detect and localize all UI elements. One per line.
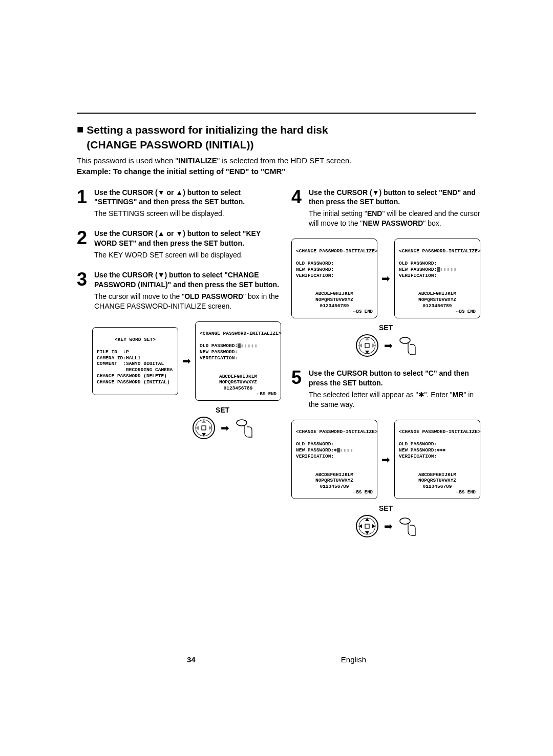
osd-nums: 0123456789 (320, 484, 349, 489)
osd-bsend: ←BS END (200, 392, 276, 397)
osd-alpha2: NOPQRSTUVWXYZ (219, 379, 257, 385)
step-5: 5 Use the CURSOR button to select "C" an… (291, 369, 480, 409)
osd-old-pw: OLD PASSWORD: (399, 441, 437, 447)
step-3-body-pre: The cursor will move to the " (94, 292, 184, 300)
section-heading: ■ Setting a password for initializing th… (77, 123, 476, 153)
arrow-right-icon: ➡ (221, 422, 229, 434)
svg-marker-21 (359, 524, 362, 528)
step-2-body: The KEY WORD SET screen will be displaye… (94, 250, 281, 260)
osd-nums: 0123456789 (223, 385, 252, 391)
press-button-icon (235, 418, 253, 438)
section-title-line1: Setting a password for initializing the … (87, 123, 328, 137)
osd-keyword-l1: FILE ID :P (97, 349, 129, 355)
osd-alpha2: NOPQRSTUVWXYZ (418, 478, 456, 483)
svg-rect-18 (365, 524, 369, 528)
set-graphic: ➡ (355, 514, 416, 538)
step-1-number: 1 (77, 188, 94, 219)
arrow-right-icon: ➡ (384, 520, 393, 532)
step-5-number: 5 (291, 369, 309, 409)
osd-change-pw-oldcursor: <CHANGE PASSWORD-INITIALIZE> OLD PASSWOR… (195, 321, 281, 401)
svg-marker-3 (202, 420, 206, 423)
osd-new-pw: NEW PASSWORD: (200, 349, 238, 355)
osd-old-pw: OLD PASSWORD: (399, 261, 437, 266)
step-5-osd-row: <CHANGE PASSWORD-INITIALIZE> OLD PASSWOR… (291, 420, 480, 500)
osd-verif: VERIFICATION: (200, 355, 238, 361)
svg-marker-11 (365, 337, 369, 340)
step-2: 2 Use the CURSOR (▲ or ▼) button to sele… (77, 229, 281, 260)
osd-alpha1: ABCDEFGHIJKLM (315, 472, 353, 478)
step-1: 1 Use the CURSOR (▼ or ▲) button to sele… (77, 188, 281, 219)
osd-dim: ▮▮▮▮▮ (440, 267, 457, 272)
step-4-body-bold1: END (367, 209, 382, 218)
step-4-body: The initial setting "END" will be cleare… (309, 209, 480, 228)
svg-marker-12 (365, 351, 369, 354)
osd-alpha1: ABCDEFGHIJKLM (418, 291, 456, 296)
step-3-heading: Use the CURSOR (▼) button to select "CHA… (94, 270, 281, 290)
osd-new-pw: NEW PASSWORD: (296, 447, 334, 453)
set-label: SET (379, 323, 393, 332)
step-4-body-pre: The initial setting " (309, 209, 367, 218)
step-3-osd-row: <KEY WORD SET> FILE ID :P CAMERA ID:HALL… (92, 321, 281, 401)
svg-point-7 (237, 420, 247, 426)
osd-old-pw: OLD PASSWORD: (200, 343, 238, 349)
svg-marker-5 (196, 426, 199, 430)
osd-old-pw: OLD PASSWORD: (296, 261, 334, 266)
section-bullet-icon: ■ (77, 123, 83, 136)
osd-verif: VERIFICATION: (399, 453, 437, 459)
svg-marker-22 (372, 524, 375, 528)
svg-point-23 (400, 518, 410, 524)
intro-bold: INITIALIZE (178, 156, 217, 165)
step-5-body-bold: MR (453, 391, 464, 399)
footer-language: English (341, 655, 366, 664)
step-2-heading: Use the CURSOR (▲ or ▼) button to select… (94, 229, 281, 248)
svg-marker-6 (209, 426, 212, 430)
page-footer: 34 English (0, 655, 553, 664)
svg-marker-14 (372, 343, 375, 348)
step-5-body-pre: The selected letter will appear as "✱". … (309, 391, 453, 399)
page-number: 34 (187, 655, 196, 664)
arrow-right-icon: ➡ (381, 272, 390, 285)
press-button-icon (398, 335, 416, 356)
osd-cp-title: <CHANGE PASSWORD-INITIALIZE> (399, 429, 476, 435)
step-3: 3 Use the CURSOR (▼) button to select "C… (77, 270, 281, 311)
osd-cp-title: <CHANGE PASSWORD-INITIALIZE> (399, 248, 476, 254)
osd-dim: ▮▮▮▮▮ (241, 343, 258, 349)
osd-cp-cmr: <CHANGE PASSWORD-INITIALIZE> OLD PASSWOR… (394, 420, 480, 500)
svg-marker-13 (359, 343, 362, 348)
osd-alpha2: NOPQRSTUVWXYZ (418, 297, 456, 303)
step-4-body-post: " box. (423, 219, 441, 227)
section-title-line2: (CHANGE PASSWORD (INITIAL)) (87, 138, 328, 152)
step-4-body-bold2: NEW PASSWORD (363, 219, 423, 227)
intro-text: This password is used when "INITIALIZE" … (77, 156, 476, 165)
intro-pre: This password is used when " (77, 156, 178, 165)
osd-nums: 0123456789 (422, 303, 452, 309)
arrow-right-icon: ➡ (381, 453, 390, 466)
press-button-icon (398, 516, 416, 536)
step-4-number: 4 (291, 188, 309, 229)
osd-alpha1: ABCDEFGHIJKLM (418, 472, 456, 478)
arrow-right-icon: ➡ (384, 339, 393, 352)
osd-dim: ▮▮▮▮ (340, 447, 354, 453)
set-graphic: ➡ (192, 416, 253, 440)
step-5-heading: Use the CURSOR button to select "C" and … (309, 369, 480, 388)
step-3-body-bold: OLD PASSWORD (184, 292, 243, 300)
osd-ast3: ✱✱✱ (437, 447, 445, 453)
svg-rect-2 (202, 426, 206, 430)
osd-new-pw: NEW PASSWORD: (296, 267, 334, 272)
osd-cp-title: <CHANGE PASSWORD-INITIALIZE> (296, 429, 373, 435)
osd-alpha2: NOPQRSTUVWXYZ (315, 478, 353, 483)
svg-rect-10 (365, 343, 369, 348)
intro-post: " is selected from the HDD SET screen. (217, 156, 352, 165)
osd-cp-before: <CHANGE PASSWORD-INITIALIZE> OLD PASSWOR… (291, 239, 377, 318)
osd-keyword-set: <KEY WORD SET> FILE ID :P CAMERA ID:HALL… (92, 327, 178, 395)
dpad-icon (192, 416, 216, 440)
osd-old-pw: OLD PASSWORD: (296, 441, 334, 447)
osd-bsend: ←BS END (399, 309, 476, 315)
svg-marker-19 (365, 518, 369, 521)
osd-keyword-l2: CAMERA ID:HALL1 (97, 355, 141, 361)
osd-cp-c: <CHANGE PASSWORD-INITIALIZE> OLD PASSWOR… (291, 420, 377, 500)
step-3-body: The cursor will move to the "OLD PASSWOR… (94, 292, 281, 311)
osd-alpha2: NOPQRSTUVWXYZ (315, 297, 353, 303)
osd-cp-title: <CHANGE PASSWORD-INITIALIZE> (296, 248, 373, 254)
osd-alpha1: ABCDEFGHIJKLM (315, 291, 353, 296)
